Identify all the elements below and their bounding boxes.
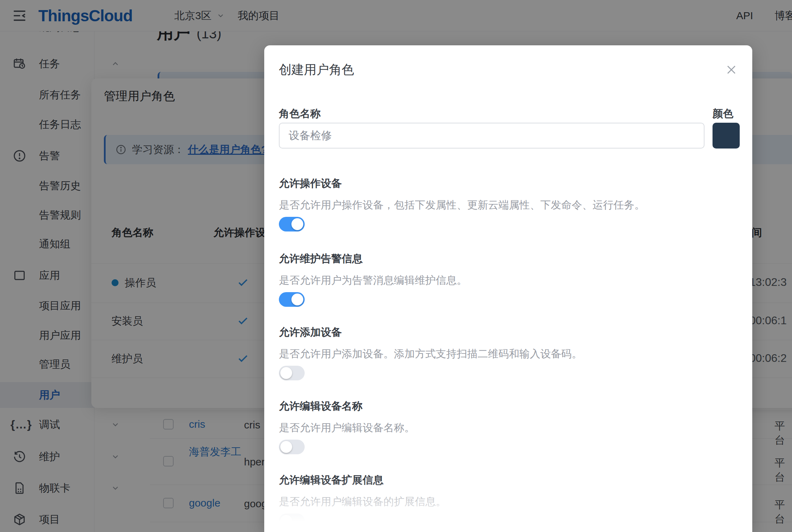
section-desc: 是否允许用户为告警消息编辑维护信息。	[279, 273, 467, 288]
section-desc: 是否允许用户编辑设备名称。	[279, 421, 415, 435]
section-title: 允许编辑设备名称	[279, 399, 363, 413]
toggle-allow-edit-name[interactable]	[279, 440, 305, 454]
toggle-knob	[291, 294, 303, 305]
role-name-label: 角色名称	[279, 107, 321, 121]
toggle-allow-maintain-alerts[interactable]	[279, 292, 305, 307]
section-title: 允许添加设备	[279, 325, 342, 340]
app-root: 规则日志 任务 所有任务 任务日志 告警 告警历史 告警规则 通知组 应用	[0, 0, 792, 532]
toggle-allow-edit-ext[interactable]	[279, 514, 305, 528]
section-desc: 是否允许用户添加设备。添加方式支持扫描二维码和输入设备码。	[279, 347, 582, 361]
toggle-allow-add-device[interactable]	[279, 366, 305, 380]
toggle-knob	[291, 218, 303, 230]
close-icon[interactable]	[725, 63, 738, 76]
modal-title: 创建用户角色	[279, 61, 354, 78]
create-role-modal: 创建用户角色 角色名称 颜色 允许操作设备 是否允许用户操作设备，包括下发属性、…	[264, 45, 752, 532]
role-name-input[interactable]	[279, 123, 705, 149]
color-label: 颜色	[713, 107, 733, 121]
toggle-knob	[280, 441, 292, 453]
toggle-allow-operate[interactable]	[279, 217, 305, 231]
section-desc: 是否允许用户操作设备，包括下发属性、更新云端属性、下发命令、运行任务。	[279, 198, 645, 212]
section-desc: 是否允许用户编辑设备的扩展信息。	[279, 495, 446, 509]
section-title: 允许操作设备	[279, 176, 342, 191]
toggle-knob	[280, 367, 292, 379]
toggle-knob	[280, 515, 292, 527]
section-title: 允许维护告警信息	[279, 252, 363, 266]
section-title: 允许编辑设备扩展信息	[279, 473, 383, 487]
color-swatch[interactable]	[713, 123, 740, 149]
